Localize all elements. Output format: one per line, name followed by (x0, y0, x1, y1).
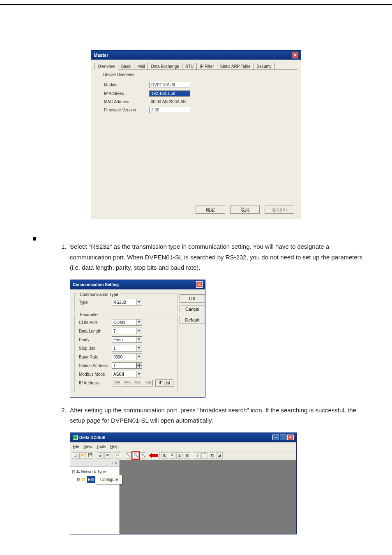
maximize-icon[interactable]: □ (280, 435, 286, 440)
comm-titlebar: Communication Setting ✕ (70, 280, 205, 289)
chevron-down-icon[interactable]: ▼ (136, 336, 142, 343)
comm-type-fieldset: Communication Type Type ▼ (74, 294, 178, 311)
chevron-down-icon[interactable]: ▼ (136, 328, 142, 334)
tab-mail[interactable]: Mail (134, 63, 148, 69)
tool-icon[interactable]: ◩ (209, 452, 215, 459)
tool-icon[interactable]: ▥ (176, 452, 183, 459)
tab-security[interactable]: Security (254, 63, 275, 69)
comm-ok-button[interactable]: OK (180, 294, 205, 303)
collapse-icon[interactable]: ⊟ (72, 468, 75, 475)
print-icon[interactable]: 🖨 (97, 452, 104, 459)
stopbits-select[interactable]: ▼ (112, 345, 142, 352)
save-icon[interactable]: 💾 (87, 452, 93, 459)
comm-param-fieldset: Parameter COM Port ▼ Data Length ▼ (74, 314, 178, 392)
menu-view[interactable]: View (83, 443, 92, 450)
chevron-down-icon[interactable]: ▼ (136, 345, 142, 352)
type-value[interactable] (112, 299, 136, 305)
close-icon[interactable]: ✕ (196, 281, 203, 288)
mac-value: 00:00:AB:28:3A:8B (149, 99, 190, 104)
apply-button: 套用(A) (265, 206, 294, 214)
ip-label: IP Address (104, 91, 149, 96)
tree-root[interactable]: ⊟ 🖧 Network Type (72, 468, 118, 475)
module-label: Module (104, 83, 149, 87)
ipaddr-label: IP Address (79, 379, 112, 386)
tool-icon[interactable]: ▦ (184, 452, 190, 459)
menu-help[interactable]: Help (110, 443, 119, 450)
master-dialog: Master ✕ Overview Basic Mail Data Exchan… (91, 50, 301, 219)
chevron-down-icon[interactable]: ▼ (136, 299, 142, 305)
tree-pane: ▫ ✕ ⊟ 🖧 Network Type ⊟ 📁 (70, 460, 120, 534)
comm-type-legend: Communication Type (78, 291, 120, 298)
type-label: Type (79, 299, 112, 306)
refresh-icon[interactable]: ⟳ (115, 452, 121, 459)
type-select[interactable]: ▼ (112, 299, 142, 305)
master-title: Master (94, 53, 108, 58)
dcisoft-titlebar: Delta DCISoft ‒ □ ✕ (70, 433, 296, 442)
context-menu-configure[interactable]: Configure (96, 475, 122, 484)
comport-select[interactable]: ▼ (112, 319, 142, 326)
collapse-icon[interactable]: ⊟ (77, 476, 80, 483)
devise-overview-legend: Devise Overview (101, 72, 136, 77)
svg-marker-0 (149, 453, 158, 458)
module-value: DVPEN01-SL (149, 82, 190, 88)
tool-icon[interactable]: ☰ (201, 452, 208, 459)
chevron-down-icon[interactable]: ▼ (136, 371, 142, 377)
tool-icon[interactable]: 🔧 (125, 452, 131, 459)
new-icon[interactable]: ▢ (72, 452, 78, 459)
station-label: Station Address (79, 362, 112, 369)
comm-default-button[interactable]: Default (180, 316, 205, 324)
cancel-button[interactable]: 取消 (230, 206, 260, 214)
step-2: After setting up the communication port,… (68, 405, 363, 534)
tab-ip-filter[interactable]: IP Filter (196, 63, 217, 69)
folder-icon: 📁 (81, 476, 86, 483)
pane-toggle-icon[interactable]: ▫ ✕ (112, 460, 118, 466)
master-titlebar: Master ✕ (91, 51, 301, 60)
menu-tools[interactable]: Tools (97, 443, 106, 450)
comport-label: COM Port (79, 319, 112, 326)
close-icon[interactable]: ✕ (287, 435, 294, 440)
datalen-select[interactable]: ▼ (112, 328, 142, 334)
search-icon[interactable]: 🔍 (140, 452, 146, 459)
tool-icon[interactable]: ❖ (169, 452, 175, 459)
open-icon[interactable]: 📂 (79, 452, 86, 459)
chevron-down-icon[interactable]: ▼ (136, 354, 142, 360)
tab-data-exchange[interactable]: Data Exchange (148, 63, 182, 69)
parity-select[interactable]: ▼ (112, 336, 142, 343)
master-buttons: 確定 取消 套用(A) (91, 203, 301, 219)
dcisoft-title: Delta DCISoft (79, 434, 106, 441)
content-pane (120, 460, 296, 534)
tab-rtu[interactable]: RTU (182, 63, 197, 69)
bullet-icon (33, 237, 36, 240)
toolbar: ▢ 📂 💾 🖨 🗎 ⟳ 🔧 🔍 (70, 451, 296, 460)
modbus-label: Modbus Mode (79, 371, 112, 378)
tab-overview[interactable]: Overview (95, 63, 118, 70)
spin-down-icon[interactable]: ▼ (136, 365, 142, 369)
fw-label: Firmware Version (104, 108, 149, 112)
comm-cancel-button[interactable]: Cancel (180, 305, 205, 313)
network-icon: 🖧 (76, 468, 80, 475)
tab-static-arp[interactable]: Static ARP Table (217, 63, 254, 69)
iplist-button[interactable]: IP List (155, 379, 173, 387)
close-icon[interactable]: ✕ (292, 52, 298, 58)
step-1: Select "RS232" as the transmission type … (68, 241, 363, 398)
chevron-down-icon[interactable]: ▼ (136, 319, 142, 326)
preview-icon[interactable]: 🗎 (104, 452, 111, 459)
comm-param-legend: Parameter (78, 311, 101, 318)
baud-select[interactable]: ▼ (112, 354, 142, 360)
master-tabs: Overview Basic Mail Data Exchange RTU IP… (95, 63, 297, 70)
tool-icon[interactable]: ⎙ (194, 452, 201, 459)
callout-arrow-icon (149, 453, 158, 458)
minimize-icon[interactable]: ‒ (272, 435, 279, 440)
tab-basic[interactable]: Basic (118, 63, 134, 69)
tool-icon[interactable]: ◪ (216, 452, 223, 459)
station-spinner[interactable]: ▲▼ (112, 362, 142, 369)
broadcast-search-icon[interactable]: 🔍 (132, 452, 139, 459)
tool-icon[interactable]: ◧ (161, 452, 168, 459)
parity-label: Parity (79, 336, 112, 343)
dcisoft-window: Delta DCISoft ‒ □ ✕ File View (70, 432, 297, 534)
devise-overview-fieldset: Devise Overview Module DVPEN01-SL IP Add… (98, 75, 294, 198)
datalen-label: Data Length (79, 328, 112, 335)
menu-file[interactable]: File (73, 443, 79, 450)
ok-button[interactable]: 確定 (196, 206, 225, 214)
modbus-select[interactable]: ▼ (112, 371, 142, 377)
